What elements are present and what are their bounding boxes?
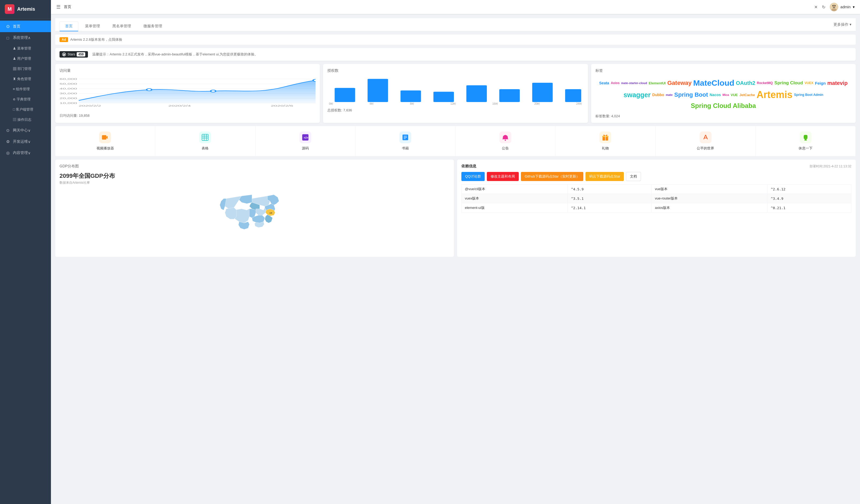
action-notice[interactable]: 公告 xyxy=(456,126,556,157)
china-map: 山东 xyxy=(59,188,449,253)
tab-home[interactable]: 首页 xyxy=(59,21,78,31)
refresh-icon[interactable]: ↻ xyxy=(822,4,826,10)
svg-text:10,000: 10,000 xyxy=(59,102,77,104)
quick-actions: 视频播放器 表格 </> 源码 书籍 xyxy=(55,126,856,157)
sidebar-item-home[interactable]: ⊙ 首页 xyxy=(0,20,51,32)
tag-matevip[interactable]: matevip xyxy=(827,80,848,86)
tag-elementui[interactable]: ElementUI xyxy=(649,81,666,85)
sidebar-item-log[interactable]: ▤ 操作日志 xyxy=(0,115,51,125)
line-chart-svg: 60,000 50,000 40,000 30,000 20,000 10,00… xyxy=(59,76,316,107)
dep-val-vue: ^2.6.12 xyxy=(768,184,851,194)
sidebar-item-client[interactable]: □ 客户端管理 xyxy=(0,104,51,115)
dept-icon: ▦ xyxy=(13,67,17,71)
bar-chart-svg xyxy=(327,76,583,102)
tag-artemis[interactable]: Artemis xyxy=(757,89,792,101)
dep-val-vue-router: ^3.4.9 xyxy=(768,194,851,203)
action-video[interactable]: 视频播放器 xyxy=(55,126,155,157)
tag-seata[interactable]: Seata xyxy=(599,81,609,85)
svg-rect-29 xyxy=(499,89,520,102)
tab-microservice[interactable]: 微服务管理 xyxy=(138,21,168,31)
tag-swagger[interactable]: swagger xyxy=(624,91,650,99)
gdp-title: GDP分布图 xyxy=(59,164,449,169)
dep-val-axios: ^0.21.1 xyxy=(768,203,851,213)
username: admin xyxy=(841,5,851,9)
svg-line-50 xyxy=(706,135,707,139)
sidebar-item-dict[interactable]: ⊕ 字典管理 xyxy=(0,94,51,104)
system-icon: □ xyxy=(5,35,10,40)
tabs-list: 首页 菜单管理 黑名单管理 微服务管理 xyxy=(59,21,168,31)
home-icon: ⊙ xyxy=(5,24,10,29)
action-table[interactable]: 表格 xyxy=(155,126,255,157)
sidebar-item-content[interactable]: ◎ 内容管理 ∨ xyxy=(0,147,51,159)
sidebar-item-devops[interactable]: ⚙ 开发运维 ∨ xyxy=(0,136,51,147)
theme-button[interactable]: 修改主题和布局 xyxy=(487,172,519,181)
more-ops-button[interactable]: 更多操作 ▾ xyxy=(833,22,851,30)
dep-label-vue-router: vue-router版本 xyxy=(651,194,767,203)
tag-mate[interactable]: mate xyxy=(665,93,673,97)
tag-mica[interactable]: Mica xyxy=(722,93,729,97)
logo-icon: M xyxy=(5,4,14,14)
action-world-label: 公平的世界 xyxy=(697,146,714,151)
action-world[interactable]: 公平的世界 xyxy=(656,126,756,157)
tag-oauth2[interactable]: OAuth2 xyxy=(736,80,755,86)
sidebar-item-user[interactable]: ♟ 用户管理 xyxy=(0,54,51,64)
tag-gateway[interactable]: Gateway xyxy=(667,79,692,87)
tag-jetcache[interactable]: JetCache xyxy=(740,93,755,97)
sidebar: M Artemis ⊙ 首页 □ 系统管理 ∧ ♟ 菜单管理 ♟ 用户管理 ▦ … xyxy=(0,0,51,504)
table-row: element-ui版 ^2.14.1 axios版本 ^0.21.1 xyxy=(462,203,851,213)
action-code[interactable]: </> 源码 xyxy=(256,126,356,157)
sidebar-item-component[interactable]: ≡ 组件管理 xyxy=(0,84,51,94)
tag-vue[interactable]: VUE xyxy=(731,93,738,97)
avatar-svg xyxy=(830,3,838,11)
ad-banner[interactable]: Ad Artemis 2.2.8版本发布，点我体验 xyxy=(55,34,856,45)
tag-spring-boot[interactable]: Spring Boot xyxy=(674,91,708,98)
dep-label-axios: axios版本 xyxy=(651,203,767,213)
action-rest[interactable]: 休息一下 xyxy=(756,126,856,157)
gitcode-button[interactable]: 码云下载源码点Star xyxy=(586,172,624,181)
dep-buttons: QQ讨论群 修改主题和布局 Github下载源码点Star（实时更新） 码云下载… xyxy=(461,172,851,181)
tag-rocketmq[interactable]: RocketMQ xyxy=(757,81,773,85)
devops-icon: ⚙ xyxy=(5,139,10,144)
dep-title: 依赖信息 xyxy=(461,164,476,169)
dep-val-vuex: ^3.5.1 xyxy=(568,194,652,203)
user-info[interactable]: admin ▾ xyxy=(830,3,855,11)
tag-feign[interactable]: Feign xyxy=(815,81,826,86)
github-button[interactable]: Github下载源码点Star（实时更新） xyxy=(521,172,583,181)
close-icon[interactable]: ✕ xyxy=(814,4,818,10)
svg-text:30,000: 30,000 xyxy=(59,92,77,95)
dep-header: 依赖信息 部署时间:2021-4-22 11:13:32 xyxy=(461,164,851,169)
svg-rect-28 xyxy=(467,86,487,102)
tag-vuex[interactable]: VUEX xyxy=(804,81,813,85)
sidebar-item-role[interactable]: ♜ 角色管理 xyxy=(0,74,51,84)
table-row: @vue/cli版本 ^4.5.9 vue版本 ^2.6.12 xyxy=(462,184,851,194)
gdp-map-title: 2099年全国GDP分布 xyxy=(59,172,449,180)
action-book[interactable]: 书籍 xyxy=(356,126,456,157)
tag-spring-cloud-alibaba[interactable]: Spring Cloud Alibaba xyxy=(691,102,756,109)
tab-menu[interactable]: 菜单管理 xyxy=(80,21,106,31)
stars-badge[interactable]: Stars 459 xyxy=(59,51,88,58)
action-gift[interactable]: 礼物 xyxy=(556,126,656,157)
tag-spring-boot-admin[interactable]: Spring Boot Admin xyxy=(794,93,823,97)
stars-count: 459 xyxy=(77,52,85,57)
menu-toggle-icon[interactable]: ☰ xyxy=(56,4,61,10)
sidebar-item-dept[interactable]: ▦ 部门管理 xyxy=(0,64,51,74)
svg-text:</>: </> xyxy=(304,136,308,139)
tab-blacklist[interactable]: 黑名单管理 xyxy=(107,21,137,31)
tag-mate-starter[interactable]: mate-starter-cloud xyxy=(621,81,647,85)
tag-axios[interactable]: Axios xyxy=(611,81,619,85)
logo: M Artemis xyxy=(0,0,51,18)
tag-spring-cloud[interactable]: Spring Cloud xyxy=(774,80,803,86)
action-video-label: 视频播放器 xyxy=(97,146,114,151)
sidebar-item-menu[interactable]: ♟ 菜单管理 xyxy=(0,43,51,54)
video-icon xyxy=(99,132,111,143)
tag-matecloud[interactable]: MateCloud xyxy=(693,78,734,88)
qq-button[interactable]: QQ讨论群 xyxy=(461,172,485,181)
tag-dubbo[interactable]: Dubbo xyxy=(652,93,664,97)
tag-nacos[interactable]: Nacos xyxy=(710,93,721,97)
sidebar-item-system[interactable]: □ 系统管理 ∧ xyxy=(0,32,51,43)
docs-button[interactable]: 文档 xyxy=(626,172,641,181)
table-row: vuex版本 ^3.5.1 vue-router版本 ^3.4.9 xyxy=(462,194,851,203)
svg-point-4 xyxy=(834,5,836,6)
sidebar-item-gateway[interactable]: ⊙ 网关中心 ∨ xyxy=(0,125,51,136)
user-dropdown-icon: ▾ xyxy=(853,5,855,9)
